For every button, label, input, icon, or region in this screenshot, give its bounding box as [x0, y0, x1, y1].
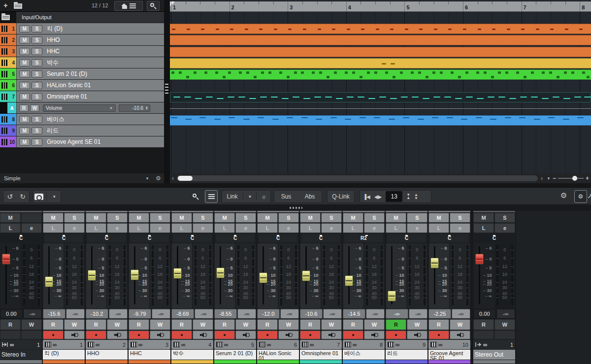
- channel-strip[interactable]: MSLeC60510152030∞06121824304050-8.69-∞RW…: [171, 211, 213, 364]
- pan-control[interactable]: C: [173, 234, 212, 242]
- volume-fader[interactable]: [430, 258, 439, 268]
- strip-mute-button[interactable]: M: [214, 213, 235, 223]
- channel-strip[interactable]: MSLeC60510152030∞06121824304050-2.25-∞RW…: [428, 211, 470, 364]
- monitor-button[interactable]: [64, 331, 85, 339]
- channel-name[interactable]: HHC: [129, 350, 170, 360]
- peak-value[interactable]: -∞: [496, 309, 515, 319]
- write-automation-button[interactable]: W: [278, 319, 299, 330]
- record-enable-button[interactable]: ●: [171, 331, 192, 339]
- pan-control[interactable]: C: [87, 234, 126, 242]
- snapshot-camera-icon[interactable]: [34, 194, 43, 200]
- channel-name[interactable]: 박수: [171, 350, 213, 360]
- midi-clip[interactable]: [170, 115, 591, 126]
- mute-button[interactable]: M: [19, 36, 30, 44]
- channel-strip[interactable]: MSLeC60510152030∞06121824304050-∞-∞RW●∞9…: [386, 211, 427, 364]
- read-automation-button[interactable]: R: [129, 319, 149, 330]
- channel-strip[interactable]: MSLeC60510152030∞06121824304050-15.6-∞RW…: [43, 211, 85, 364]
- channel-name[interactable]: 베이스: [343, 350, 385, 360]
- peak-value[interactable]: -∞: [152, 309, 170, 319]
- undo-icon[interactable]: ↺: [7, 193, 13, 200]
- channel-name[interactable]: 킥 (D): [43, 350, 85, 360]
- mute-button[interactable]: M: [19, 25, 30, 33]
- listen-button[interactable]: L: [428, 223, 449, 233]
- channel-name[interactable]: HALion Sonic 01: [257, 350, 299, 360]
- strip-solo-button[interactable]: S: [450, 213, 470, 223]
- listen-button[interactable]: L: [43, 223, 64, 233]
- channel-strip[interactable]: MSLeC60510152030∞06121824304050-9.79-∞RW…: [129, 211, 170, 364]
- edit-channel-button[interactable]: e: [193, 223, 213, 233]
- read-automation-button[interactable]: R: [214, 319, 235, 330]
- edit-channel-button[interactable]: e: [278, 223, 299, 233]
- strip-mute-button[interactable]: M: [43, 213, 64, 223]
- midi-clip[interactable]: [170, 69, 591, 80]
- channel-name[interactable]: Stereo In: [0, 350, 42, 360]
- mute-button[interactable]: M: [19, 127, 30, 134]
- zoom-out-icon[interactable]: −: [553, 175, 556, 182]
- write-automation-button[interactable]: W: [364, 319, 385, 330]
- volume-value[interactable]: -8.55: [214, 309, 237, 319]
- listen-button[interactable]: L: [86, 223, 106, 233]
- edit-channel-button[interactable]: e: [107, 223, 128, 233]
- zoom-slider-knob[interactable]: [572, 176, 577, 181]
- record-enable-button[interactable]: ●: [386, 331, 406, 339]
- channel-strip[interactable]: MSLeC60510152030∞06121824304050-10.2-∞RW…: [86, 211, 128, 364]
- channel-name[interactable]: Serum 2 01 (D): [214, 350, 256, 360]
- mute-button[interactable]: M: [19, 59, 30, 66]
- external-window-icon[interactable]: ↗: [587, 192, 591, 200]
- preset-gear-icon[interactable]: ⚙: [156, 175, 161, 182]
- solo-button[interactable]: S: [32, 59, 42, 66]
- peak-value[interactable]: -∞: [409, 309, 427, 319]
- monitor-button[interactable]: [364, 331, 385, 339]
- read-automation-button[interactable]: R: [300, 319, 321, 330]
- volume-value[interactable]: -15.6: [43, 309, 66, 319]
- record-enable-button[interactable]: ●: [300, 331, 321, 339]
- strip-mute-button[interactable]: M: [129, 213, 149, 223]
- record-enable-button[interactable]: ●: [43, 331, 64, 339]
- listen-button[interactable]: L: [214, 223, 235, 233]
- record-enable-button[interactable]: ●: [129, 331, 149, 339]
- solo-button[interactable]: S: [32, 36, 42, 44]
- solo-button[interactable]: S: [32, 127, 42, 134]
- volume-fader[interactable]: [345, 275, 353, 286]
- record-enable-button[interactable]: ●: [257, 331, 278, 339]
- mixer-search-icon[interactable]: [192, 193, 199, 200]
- snapshot-dropdown-icon[interactable]: ▼: [49, 195, 59, 199]
- strip-mute-button[interactable]: M: [428, 213, 449, 223]
- strip-solo-button[interactable]: S: [321, 213, 342, 223]
- list-setup-icon[interactable]: [130, 3, 136, 9]
- write-automation-button[interactable]: W: [407, 319, 427, 330]
- channel-strip[interactable]: MLeC60510152030∞061218243040500.00-∞RW∞1…: [0, 211, 42, 364]
- strip-mute-button[interactable]: M: [343, 213, 363, 223]
- pan-control[interactable]: C: [130, 234, 169, 242]
- panel-divider[interactable]: [164, 0, 170, 183]
- write-automation-button[interactable]: W: [150, 319, 170, 330]
- pan-control[interactable]: C: [44, 234, 83, 242]
- edit-channel-button[interactable]: e: [21, 223, 42, 233]
- link-edit-icon[interactable]: e: [258, 193, 269, 200]
- mute-button[interactable]: M: [19, 48, 30, 55]
- solo-button[interactable]: S: [32, 25, 42, 33]
- peak-value[interactable]: -∞: [366, 309, 385, 319]
- horizontal-scrollbar[interactable]: [177, 175, 538, 181]
- pan-control[interactable]: C: [301, 234, 340, 242]
- monitor-button[interactable]: [278, 331, 299, 339]
- track-row[interactable]: 5MSSerum 2 01 (D): [0, 68, 164, 80]
- track-row[interactable]: 7MSOmnisphere 01: [0, 91, 164, 102]
- strip-solo-button[interactable]: S: [64, 213, 85, 223]
- track-row[interactable]: 8MS베이스: [0, 114, 164, 125]
- scroll-right-icon[interactable]: ›: [539, 175, 545, 182]
- volume-fader[interactable]: [88, 270, 96, 281]
- zoom-in-icon[interactable]: +: [586, 175, 589, 182]
- folder-icon[interactable]: [14, 3, 22, 9]
- timeline-ruler[interactable]: 12345678: [170, 1, 591, 12]
- record-enable-button[interactable]: ●: [86, 331, 106, 339]
- read-automation-button[interactable]: R: [171, 319, 192, 330]
- volume-fader[interactable]: [131, 269, 139, 280]
- home-icon[interactable]: [121, 3, 128, 9]
- mute-button[interactable]: M: [19, 70, 30, 78]
- zoom-slider[interactable]: − +: [553, 175, 589, 182]
- monitor-button[interactable]: [193, 331, 213, 339]
- peak-value[interactable]: -∞: [66, 309, 85, 319]
- strip-solo-button[interactable]: S: [278, 213, 299, 223]
- write-automation-button[interactable]: W: [193, 319, 213, 330]
